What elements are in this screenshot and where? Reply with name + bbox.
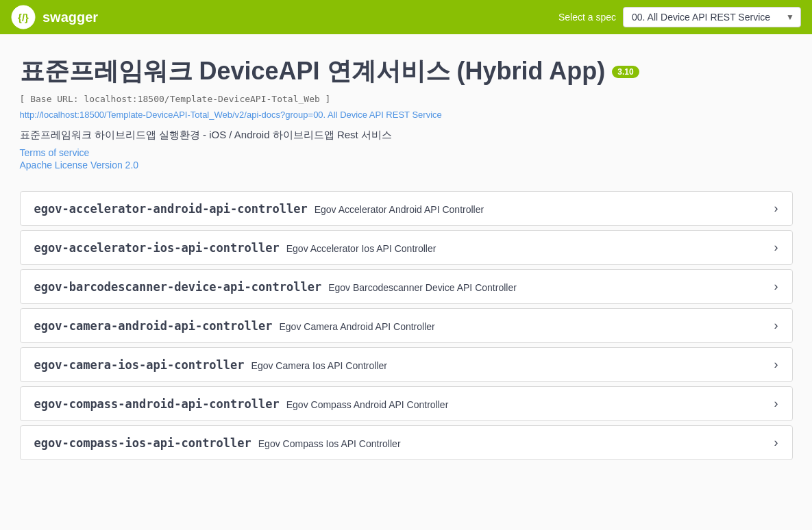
- controller-item[interactable]: egov-accelerator-android-api-controllerE…: [20, 191, 793, 226]
- controller-left: egov-camera-android-api-controllerEgov C…: [34, 319, 435, 333]
- chevron-right-icon: ›: [774, 201, 778, 216]
- terms-of-service-link[interactable]: Terms of service: [20, 147, 793, 158]
- controller-left: egov-compass-ios-api-controllerEgov Comp…: [34, 436, 401, 450]
- controller-description: Egov Camera Ios API Controller: [251, 360, 387, 371]
- logo-text: swagger: [42, 10, 98, 25]
- controller-description: Egov Accelerator Ios API Controller: [286, 243, 436, 254]
- info-block: 표준프레임워크 DeviceAPI 연계서비스 (Hybrid App) 3.1…: [20, 55, 793, 171]
- controller-left: egov-barcodescanner-device-api-controlle…: [34, 280, 517, 294]
- api-title: 표준프레임워크 DeviceAPI 연계서비스 (Hybrid App): [20, 55, 606, 88]
- controller-left: egov-compass-android-api-controllerEgov …: [34, 397, 449, 411]
- header: {/} swagger Select a spec 00. All Device…: [0, 0, 812, 34]
- controller-item[interactable]: egov-accelerator-ios-api-controllerEgov …: [20, 230, 793, 265]
- chevron-right-icon: ›: [774, 357, 778, 372]
- base-url: [ Base URL: localhost:18500/Template-Dev…: [20, 94, 793, 104]
- license-link[interactable]: Apache License Version 2.0: [20, 160, 793, 171]
- chevron-right-icon: ›: [774, 279, 778, 294]
- controller-item[interactable]: egov-compass-ios-api-controllerEgov Comp…: [20, 425, 793, 460]
- controllers-section: egov-accelerator-android-api-controllerE…: [20, 191, 793, 460]
- controller-item[interactable]: egov-compass-android-api-controllerEgov …: [20, 386, 793, 421]
- swagger-logo-icon: {/}: [11, 5, 36, 29]
- api-docs-link[interactable]: http://localhost:18500/Template-DeviceAP…: [20, 110, 442, 120]
- controller-name: egov-camera-ios-api-controller: [34, 358, 245, 372]
- controller-item[interactable]: egov-camera-ios-api-controllerEgov Camer…: [20, 347, 793, 382]
- api-title-wrapper: 표준프레임워크 DeviceAPI 연계서비스 (Hybrid App) 3.1…: [20, 55, 793, 88]
- chevron-right-icon: ›: [774, 240, 778, 255]
- spec-select[interactable]: 00. All Device API REST Service: [623, 7, 801, 27]
- controller-left: egov-accelerator-ios-api-controllerEgov …: [34, 241, 436, 255]
- controller-name: egov-compass-android-api-controller: [34, 397, 280, 411]
- version-badge: 3.10: [612, 66, 639, 78]
- controller-item[interactable]: egov-barcodescanner-device-api-controlle…: [20, 269, 793, 304]
- main-content: 표준프레임워크 DeviceAPI 연계서비스 (Hybrid App) 3.1…: [9, 34, 804, 478]
- controller-left: egov-accelerator-android-api-controllerE…: [34, 202, 484, 216]
- chevron-right-icon: ›: [774, 396, 778, 411]
- controller-left: egov-camera-ios-api-controllerEgov Camer…: [34, 358, 387, 372]
- controller-description: Egov Camera Android API Controller: [280, 321, 435, 332]
- controller-name: egov-accelerator-android-api-controller: [34, 202, 308, 216]
- logo: {/} swagger: [11, 5, 558, 29]
- controller-description: Egov Compass Android API Controller: [286, 399, 449, 410]
- controller-name: egov-camera-android-api-controller: [34, 319, 273, 333]
- chevron-right-icon: ›: [774, 318, 778, 333]
- select-a-spec-label: Select a spec: [558, 12, 616, 23]
- controller-name: egov-compass-ios-api-controller: [34, 436, 251, 450]
- spec-selector-wrapper[interactable]: 00. All Device API REST Service ▼: [623, 7, 801, 27]
- controller-description: Egov Accelerator Android API Controller: [315, 204, 484, 215]
- info-links: Terms of service Apache License Version …: [20, 147, 793, 171]
- controller-name: egov-barcodescanner-device-api-controlle…: [34, 280, 322, 294]
- controller-item[interactable]: egov-camera-android-api-controllerEgov C…: [20, 308, 793, 343]
- info-description: 표준프레임워크 하이브리드앱 실행환경 - iOS / Android 하이브리…: [20, 129, 793, 142]
- controller-description: Egov Barcodescanner Device API Controlle…: [328, 282, 517, 293]
- controller-name: egov-accelerator-ios-api-controller: [34, 241, 280, 255]
- svg-text:{/}: {/}: [18, 12, 29, 23]
- chevron-right-icon: ›: [774, 436, 778, 450]
- controller-description: Egov Compass Ios API Controller: [258, 438, 401, 449]
